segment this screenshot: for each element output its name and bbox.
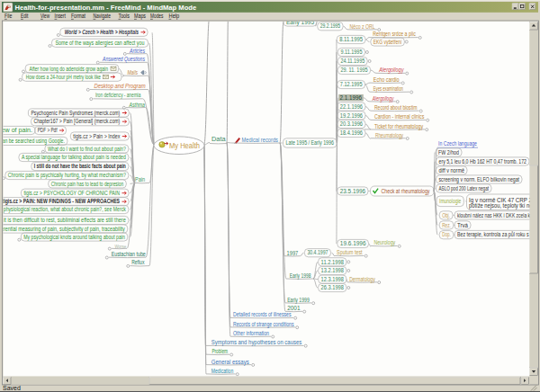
svg-text:Records of strange conditions: Records of strange conditions: [233, 321, 294, 328]
svg-text:Some of the ways allergies can: Some of the ways allergies can affect yo…: [56, 40, 145, 47]
svg-text:Pain: Pain: [135, 176, 145, 183]
svg-text:19.6.1996: 19.6.1996: [340, 240, 366, 246]
svg-text:12.3.1998: 12.3.1998: [321, 276, 345, 282]
svg-text:physiological reaction, what a: physiological reaction, what about chron…: [4, 206, 127, 213]
svg-text:EKG vyšetření: EKG vyšetření: [374, 39, 402, 46]
svg-text:Neurology: Neurology: [374, 239, 395, 246]
svg-text:29. 11. 1995: 29. 11. 1995: [340, 67, 368, 73]
svg-text:30.4.1997: 30.4.1997: [307, 249, 328, 255]
svg-text:Echo cardio: Echo cardio: [374, 76, 400, 83]
svg-text:Rez.: Rez.: [442, 222, 451, 228]
svg-text:Ticket for rheumatology: Ticket for rheumatology: [374, 123, 424, 130]
svg-text:24.11.1995: 24.11.1995: [340, 58, 364, 64]
svg-text:Dermatology: Dermatology: [349, 276, 375, 283]
svg-text:PDF > Pdf: PDF > Pdf: [38, 127, 58, 133]
svg-text:20.3.1996: 20.3.1996: [340, 120, 364, 127]
svg-text:kloubní nález nas HKK i DKK zc: kloubní nález nas HKK i DKK zcela k: [457, 212, 531, 218]
svg-text:18.4.1996: 18.4.1996: [340, 129, 364, 136]
svg-text:19.2.1996: 19.2.1996: [340, 112, 364, 119]
svg-text:an be searched using Google.: an be searched using Google.: [3, 138, 66, 145]
svg-text:Imunologie: Imunologie: [439, 198, 462, 205]
svg-text:Medication: Medication: [212, 368, 234, 374]
svg-text:Saved: Saved: [3, 385, 21, 391]
svg-text:Chronic pain is psychically hu: Chronic pain is psychically hurting, by …: [8, 172, 126, 179]
svg-text:Maps: Maps: [134, 13, 146, 20]
svg-text:Eyes examination: Eyes examination: [374, 85, 403, 93]
svg-text:A special language for talking: A special language for talking about pai…: [22, 154, 126, 161]
svg-text:Navigate: Navigate: [94, 13, 111, 20]
svg-text:Alergollogy: Alergollogy: [372, 95, 394, 102]
svg-text:Mails: Mails: [127, 69, 138, 76]
svg-text:8.11.1995: 8.11.1995: [339, 36, 363, 42]
svg-text:Worse: Worse: [114, 244, 126, 249]
svg-text:tigis.cz > PSYCHOLOGY OF CHRON: tigis.cz > PSYCHOLOGY OF CHRONIC PAIN: [23, 190, 120, 197]
svg-text:How does a 24-hour pH metry lo: How does a 24-hour pH metry look like: [26, 74, 101, 81]
svg-text:13.2.1998: 13.2.1998: [321, 267, 345, 273]
svg-text:Symptoms and hypotheses on cau: Symptoms and hypotheses on causes: [212, 338, 302, 346]
svg-text:Early 1998: Early 1998: [290, 272, 311, 280]
svg-text:General essays: General essays: [212, 359, 249, 366]
svg-text:Dop.: Dop.: [442, 231, 451, 238]
svg-text:2.1.1996: 2.1.1996: [340, 94, 363, 101]
svg-text:Bez terapie, kontrola za půl r: Bez terapie, kontrola za půl roku s o: [457, 231, 533, 238]
svg-text:Record about biostim: Record about biostim: [374, 104, 417, 111]
svg-text:Articles: Articles: [129, 48, 145, 54]
svg-text:Health-for-presentation.mm - F: Health-for-presentation.mm - FreeMind - …: [15, 4, 197, 12]
svg-text:Insert: Insert: [55, 13, 66, 19]
svg-text:screening v norm. ELFO bílkov: screening v norm. ELFO bílkovin negat: [439, 176, 520, 183]
svg-text:Problem: Problem: [212, 348, 228, 354]
svg-text:Chronic pain has to lead to de: Chronic pain has to lead to depresion: [51, 181, 124, 188]
svg-text:World > Czech > Health > Hospi: World > Czech > Health > Hospitals: [65, 29, 139, 36]
svg-text:Modes: Modes: [150, 13, 164, 19]
svg-text:Rentgen srdce a plic: Rentgen srdce a plic: [373, 31, 416, 38]
svg-text:Eustachian tube: Eustachian tube: [112, 251, 146, 257]
svg-text:Alergollogy: Alergollogy: [378, 67, 404, 74]
svg-text:My Health: My Health: [169, 140, 200, 150]
svg-text:File: File: [4, 13, 12, 19]
svg-text:In Czech language: In Czech language: [438, 140, 477, 147]
svg-text:Sputum test: Sputum test: [337, 249, 363, 256]
svg-text:Psychogenic Pain Syndromes (me: Psychogenic Pain Syndromes (merck.com): [31, 110, 120, 117]
svg-text:Trvá: Trvá: [457, 222, 468, 228]
svg-text:View: View: [40, 13, 50, 19]
svg-text:Early 1999: Early 1999: [287, 297, 310, 304]
svg-text:My psychological knots around: My psychological knots around talking ab…: [23, 234, 125, 241]
svg-text:After how long do adenoids gro: After how long do adenoids grow again: [30, 66, 109, 73]
svg-text:diff v normě: diff v normě: [439, 167, 465, 174]
svg-text:Format: Format: [71, 13, 86, 19]
svg-text:Reflux: Reflux: [131, 259, 145, 265]
svg-text:11.2.1998: 11.2.1998: [321, 259, 345, 265]
svg-text:Other information: Other information: [233, 330, 269, 336]
svg-text:Detailed records of illnesses: Detailed records of illnesses: [233, 311, 292, 317]
svg-text:Help: Help: [169, 13, 180, 20]
svg-text:Rheumatology: Rheumatology: [375, 132, 404, 139]
svg-text:Medical records: Medical records: [242, 137, 279, 143]
svg-text:Cardion - internal clinics: Cardion - internal clinics: [374, 113, 425, 120]
svg-text:Asthma: Asthma: [129, 102, 146, 108]
svg-text:, it is then difficult to rest: , it is then difficult to rest, sublimin…: [1, 217, 126, 223]
svg-text:Desktop and Program: Desktop and Program: [94, 82, 145, 90]
svg-text:22.1.1996: 22.1.1996: [340, 103, 364, 110]
svg-text:Late 1995 / Early 1996: Late 1995 / Early 1996: [286, 139, 335, 147]
svg-text:iew of pain.: iew of pain.: [0, 127, 32, 134]
svg-text:2001: 2001: [287, 305, 301, 311]
svg-text:Chapter167 > Pain [General] (: Chapter167 > Pain [General] (merck.com): [34, 118, 121, 125]
svg-text:7.12.1995: 7.12.1995: [340, 81, 363, 87]
svg-text:23.5.1996: 23.5.1996: [340, 188, 366, 194]
svg-text:ASLO pod 200 Latex negat: ASLO pod 200 Latex negat: [439, 185, 490, 192]
svg-text:erential measuring of pain, su: erential measuring of pain, subjectivity…: [1, 226, 125, 233]
svg-text:Edit: Edit: [21, 13, 28, 19]
svg-text:potíže nejsou, teploty tkí ne.: potíže nejsou, teploty tkí ne.: [469, 202, 534, 209]
svg-text:Tools: Tools: [119, 13, 130, 19]
svg-text:What do I want to find out abo: What do I want to find out about pain?: [48, 146, 126, 153]
svg-text:tigis.cz > PAIN: NEW FINDINGS: tigis.cz > PAIN: NEW FINDINGS - NEW APPR…: [3, 198, 121, 205]
svg-text:I still do not have the basic: I still do not have the basic facts abou…: [34, 163, 126, 170]
svg-text:Check at rheumatology: Check at rheumatology: [382, 188, 431, 195]
svg-text:Něco z ORL: Něco z ORL: [350, 23, 375, 30]
svg-text:Obj.: Obj.: [442, 212, 450, 219]
svg-text:Answered Questions: Answered Questions: [102, 56, 145, 63]
svg-text:1997: 1997: [287, 250, 299, 256]
svg-text:tigis.cz > Pain > Index: tigis.cz > Pain > Index: [73, 133, 121, 140]
svg-text:ery 5,1 leu 6,0 Hb 162 HT 0,47: ery 5,1 leu 6,0 Hb 162 HT 0,47 tromb. 17…: [439, 158, 527, 165]
svg-text:FW 2/hod: FW 2/hod: [438, 149, 459, 156]
